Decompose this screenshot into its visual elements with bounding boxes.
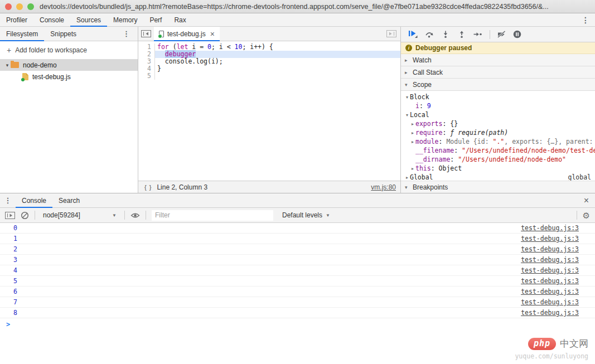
- source-location-link[interactable]: test-debug.js:3: [521, 256, 579, 264]
- line-number[interactable]: 5: [138, 72, 155, 80]
- editor-tabbar: test-debug.js ×: [138, 27, 400, 41]
- step-over-icon[interactable]: [425, 31, 434, 38]
- scope-row[interactable]: ▸this: Object: [401, 164, 595, 173]
- show-console-sidebar-icon[interactable]: [5, 212, 15, 219]
- scope-row[interactable]: ▸exports: {}: [401, 119, 595, 128]
- context-label: node[59284]: [43, 211, 80, 219]
- line-number[interactable]: 3: [138, 58, 155, 65]
- resume-script-icon[interactable]: [408, 30, 418, 38]
- scope-section-header[interactable]: ▾ Scope: [401, 79, 595, 91]
- line-number[interactable]: 2: [138, 51, 155, 58]
- clear-console-icon[interactable]: [21, 211, 29, 220]
- tab-rax[interactable]: Rax: [168, 13, 192, 26]
- scope-row[interactable]: ▾Block: [401, 93, 595, 101]
- expander-icon[interactable]: ▸: [410, 122, 415, 127]
- close-tab-icon[interactable]: ×: [210, 30, 215, 38]
- step-into-icon[interactable]: [441, 31, 450, 38]
- pretty-print-icon[interactable]: { }: [138, 184, 157, 191]
- console-message-value: 7: [13, 298, 17, 306]
- console-message-value: 5: [13, 277, 17, 285]
- code-editor[interactable]: 1for (let i = 0; i < 10; i++) {2 debugge…: [138, 41, 400, 181]
- scope-row[interactable]: ▾Local: [401, 110, 595, 119]
- tree-item-file[interactable]: test-debug.js: [0, 71, 138, 82]
- expander-icon[interactable]: ▸: [404, 175, 410, 180]
- console-message-value: 3: [13, 256, 17, 264]
- console-message-row: 8test-debug.js:3: [0, 308, 595, 318]
- console-prompt[interactable]: >: [0, 319, 595, 330]
- console-message-row: 5test-debug.js:3: [0, 276, 595, 287]
- tab-console[interactable]: Console: [33, 13, 70, 26]
- scope-row[interactable]: __filename: "/Users/undefined/node-demo/…: [401, 146, 595, 155]
- minimize-window-button[interactable]: [16, 3, 23, 10]
- title-bar: devtools://devtools/bundled/js_app.html?…: [0, 0, 595, 13]
- scope-row[interactable]: ▸require: ƒ require(path): [401, 128, 595, 137]
- scope-row[interactable]: i: 9: [401, 101, 595, 110]
- scope-row[interactable]: ▸module: Module {id: ".", exports: {…}, …: [401, 137, 595, 146]
- source-location-link[interactable]: test-debug.js:3: [521, 309, 579, 317]
- tab-perf[interactable]: Perf: [143, 13, 168, 26]
- eye-icon[interactable]: [130, 212, 140, 219]
- drawer-tab-console[interactable]: Console: [16, 193, 52, 207]
- tab-overflow-icon[interactable]: [386, 27, 400, 41]
- navigator-menu-icon[interactable]: ⋮: [123, 27, 130, 41]
- step-out-icon[interactable]: [457, 31, 466, 38]
- chevron-down-icon[interactable]: ▾: [4, 62, 11, 68]
- call-stack-label: Call Stack: [413, 69, 443, 76]
- drawer-tab-search[interactable]: Search: [52, 193, 86, 207]
- close-drawer-icon[interactable]: ×: [584, 193, 589, 207]
- dropdown-arrow-icon: ▼: [112, 213, 117, 218]
- source-location-link[interactable]: test-debug.js:3: [521, 245, 579, 253]
- code-line: 3 console.log(i);: [138, 58, 400, 65]
- close-window-button[interactable]: [5, 3, 12, 10]
- expander-icon[interactable]: ▸: [410, 139, 415, 144]
- source-mapped-link[interactable]: vm.js:80: [371, 183, 396, 191]
- chevron-down-icon: ▾: [405, 185, 410, 190]
- collapse-panel-icon[interactable]: [138, 27, 154, 41]
- filter-input[interactable]: [152, 210, 273, 221]
- source-location-link[interactable]: test-debug.js:3: [521, 224, 579, 232]
- editor-tab-test-debug[interactable]: test-debug.js ×: [154, 27, 220, 41]
- watch-section-header[interactable]: ▸ Watch: [401, 54, 595, 66]
- expander-icon[interactable]: ▸: [410, 130, 415, 135]
- tab-sources[interactable]: Sources: [70, 13, 107, 26]
- source-location-link[interactable]: test-debug.js:3: [521, 288, 579, 295]
- code-text: [155, 72, 400, 80]
- console-message-value: 6: [13, 288, 17, 295]
- file-icon: [22, 73, 28, 80]
- tab-memory[interactable]: Memory: [107, 13, 143, 26]
- source-location-link[interactable]: test-debug.js:3: [521, 266, 579, 274]
- add-folder-button[interactable]: + Add folder to workspace: [0, 41, 138, 59]
- console-message-row: 4test-debug.js:3: [0, 265, 595, 276]
- settings-gear-icon[interactable]: ⚙: [583, 211, 590, 220]
- zoom-window-button[interactable]: [27, 3, 34, 10]
- step-icon[interactable]: [473, 31, 482, 38]
- watermark: php 中文网 yuque.com/sunluyong: [515, 337, 588, 360]
- php-logo: php: [528, 338, 556, 350]
- breakpoints-section-header[interactable]: ▾ Breakpoints: [401, 181, 595, 193]
- call-stack-section-header[interactable]: ▸ Call Stack: [401, 66, 595, 79]
- expander-icon[interactable]: ▾: [404, 95, 410, 100]
- scope-row[interactable]: ▸Globalglobal: [401, 173, 595, 181]
- line-number[interactable]: 1: [138, 43, 155, 51]
- plus-icon: +: [7, 46, 11, 55]
- tree-item-folder[interactable]: ▾ node-demo: [0, 59, 138, 71]
- scope-row[interactable]: __dirname: "/Users/undefined/node-demo": [401, 155, 595, 164]
- expander-icon[interactable]: ▾: [404, 113, 410, 118]
- log-levels-selector[interactable]: Default levels ▼: [282, 211, 330, 219]
- tab-profiler[interactable]: Profiler: [0, 13, 33, 26]
- navigator-tab-snippets[interactable]: Snippets: [44, 27, 83, 41]
- execution-context-selector[interactable]: node[59284] ▼: [41, 211, 119, 219]
- pause-on-exceptions-icon[interactable]: [513, 30, 521, 38]
- main-menu-icon[interactable]: ⋮: [582, 13, 589, 26]
- editor-tab-label: test-debug.js: [167, 30, 206, 38]
- deactivate-breakpoints-icon[interactable]: [497, 31, 506, 38]
- navigator-tab-filesystem[interactable]: Filesystem: [0, 27, 44, 41]
- line-number[interactable]: 4: [138, 65, 155, 72]
- chevron-down-icon: ▾: [405, 82, 410, 88]
- drawer-menu-icon[interactable]: ⋮: [0, 193, 16, 207]
- console-output: 0test-debug.js:31test-debug.js:32test-de…: [0, 223, 595, 364]
- source-location-link[interactable]: test-debug.js:3: [521, 298, 579, 306]
- expander-icon[interactable]: ▸: [410, 166, 415, 171]
- source-location-link[interactable]: test-debug.js:3: [521, 235, 579, 242]
- source-location-link[interactable]: test-debug.js:3: [521, 277, 579, 285]
